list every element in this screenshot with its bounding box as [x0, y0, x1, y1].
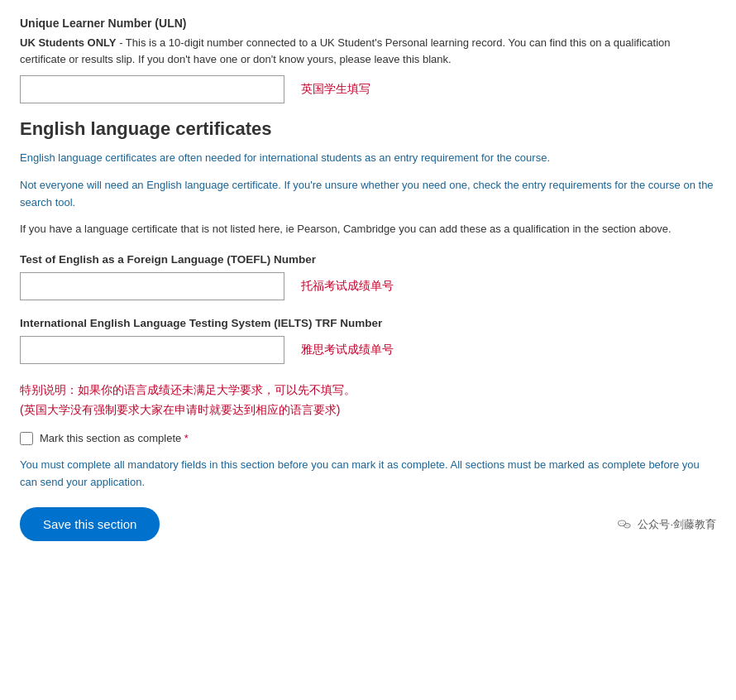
svg-point-0: [619, 520, 626, 526]
special-note-line1: 特别说明：如果你的语言成绩还未满足大学要求，可以先不填写。: [20, 381, 716, 400]
svg-point-4: [626, 525, 627, 526]
wechat-badge: 公众号·剑藤教育: [616, 516, 716, 533]
uln-section: Unique Learner Number (ULN) UK Students …: [20, 17, 716, 103]
ielts-input-row: 雅思考试成绩单号: [20, 336, 716, 364]
uln-annotation: 英国学生填写: [301, 82, 370, 97]
ielts-input[interactable]: [20, 336, 284, 364]
special-note-line2: (英国大学没有强制要求大家在申请时就要达到相应的语言要求): [20, 400, 716, 420]
english-certs-info3: If you have a language certificate that …: [20, 221, 716, 238]
svg-point-3: [623, 523, 624, 524]
complete-checkbox-label-text: Mark this section as complete: [40, 432, 181, 444]
english-certs-section: English language certificates English la…: [20, 118, 716, 238]
ielts-label: International English Language Testing S…: [20, 317, 716, 329]
required-star: *: [184, 432, 189, 444]
save-button-label: Save this section: [43, 517, 136, 531]
uln-input[interactable]: [20, 75, 284, 103]
uln-bold-text: UK Students ONLY: [20, 36, 117, 49]
uln-title: Unique Learner Number (ULN): [20, 17, 716, 30]
complete-checkbox[interactable]: [20, 432, 33, 445]
validation-text: You must complete all mandatory fields i…: [20, 457, 716, 491]
ielts-field-block: International English Language Testing S…: [20, 317, 716, 364]
svg-point-1: [624, 523, 631, 527]
toefl-annotation: 托福考试成绩单号: [301, 279, 394, 294]
wechat-icon: [616, 516, 633, 533]
english-certs-info2: Not everyone will need an English langua…: [20, 177, 716, 212]
english-certs-info1: English language certificates are often …: [20, 150, 716, 167]
uln-input-row: 英国学生填写: [20, 75, 716, 103]
wechat-text: 公众号·剑藤教育: [638, 517, 716, 532]
save-button[interactable]: Save this section: [20, 507, 160, 541]
special-note: 特别说明：如果你的语言成绩还未满足大学要求，可以先不填写。 (英国大学没有强制要…: [20, 381, 716, 420]
uln-desc-text: - This is a 10-digit number connected to…: [20, 36, 671, 65]
svg-point-5: [628, 525, 628, 526]
english-certs-heading: English language certificates: [20, 118, 716, 140]
toefl-field-block: Test of English as a Foreign Language (T…: [20, 253, 716, 300]
uln-title-text: Unique Learner Number (ULN): [20, 17, 186, 30]
complete-checkbox-label[interactable]: Mark this section as complete *: [40, 432, 189, 444]
toefl-input-row: 托福考试成绩单号: [20, 272, 716, 300]
footer-row: Save this section 公众号·剑藤教育: [20, 507, 716, 541]
toefl-input[interactable]: [20, 272, 284, 300]
complete-checkbox-row: Mark this section as complete *: [20, 432, 716, 445]
ielts-annotation: 雅思考试成绩单号: [301, 343, 394, 357]
uln-description: UK Students ONLY - This is a 10-digit nu…: [20, 35, 716, 67]
svg-point-2: [621, 523, 622, 524]
toefl-label: Test of English as a Foreign Language (T…: [20, 253, 716, 266]
